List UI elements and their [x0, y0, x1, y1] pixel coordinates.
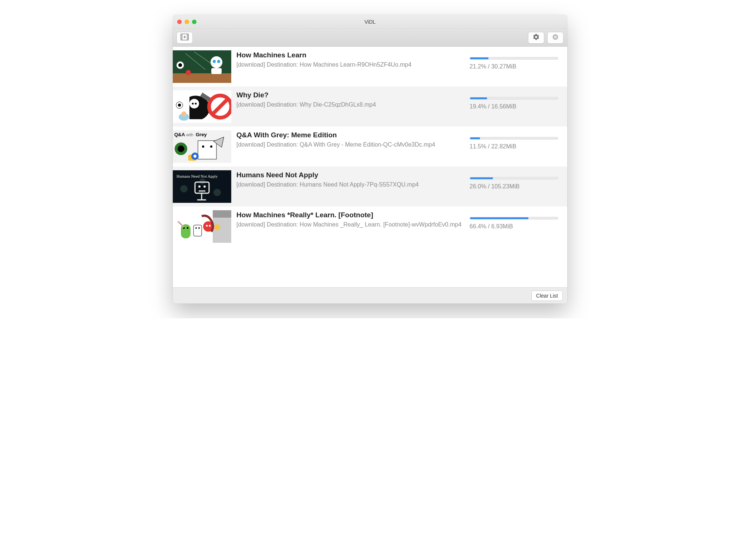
download-progress: 11.5% / 22.82MiB	[470, 130, 562, 150]
svg-point-68	[209, 225, 211, 227]
video-thumbnail	[173, 210, 231, 243]
svg-rect-17	[211, 68, 222, 74]
video-title: Q&A With Grey: Meme Edition	[236, 131, 464, 139]
download-row[interactable]: How Machines Learn [download] Destinatio…	[173, 47, 567, 87]
progress-fill	[470, 97, 487, 99]
svg-point-15	[213, 60, 216, 63]
close-circle-icon	[552, 33, 559, 42]
progress-bar	[470, 137, 558, 140]
svg-point-64	[195, 227, 197, 229]
download-info: Why Die? [download] Destination: Why Die…	[236, 90, 464, 109]
footer: Clear List	[173, 287, 567, 304]
svg-point-19	[178, 63, 182, 67]
download-progress: 66.4% / 6.93MiB	[470, 210, 562, 230]
svg-point-44	[194, 155, 196, 158]
download-progress: 19.4% / 16.56MiB	[470, 90, 562, 110]
svg-point-40	[202, 145, 204, 148]
svg-point-41	[210, 145, 212, 148]
progress-text: 21.2% / 30.27MiB	[470, 63, 558, 70]
download-info: Q&A With Grey: Meme Edition [download] D…	[236, 130, 464, 149]
progress-fill	[470, 137, 480, 139]
svg-text:Q&A: Q&A	[174, 132, 185, 137]
svg-point-49	[199, 178, 205, 184]
svg-point-32	[178, 104, 181, 107]
svg-point-67	[206, 225, 208, 227]
video-thumbnail: Q&AwithGrey	[173, 130, 231, 163]
svg-text:with: with	[186, 133, 194, 137]
svg-rect-59	[213, 210, 231, 218]
svg-point-53	[204, 185, 206, 188]
svg-point-16	[217, 60, 220, 63]
download-row[interactable]: Why Die? [download] Destination: Why Die…	[173, 87, 567, 127]
progress-text: 66.4% / 6.93MiB	[470, 223, 558, 230]
downloads-list: How Machines Learn [download] Destinatio…	[173, 47, 567, 247]
svg-point-25	[192, 103, 194, 105]
download-status: [download] Destination: How Machines _Re…	[236, 221, 464, 229]
titlebar: ViDL	[173, 15, 567, 29]
gear-icon	[532, 33, 540, 42]
download-status: [download] Destination: How Machines Lea…	[236, 61, 464, 69]
video-thumbnail: Humans Need Not Apply	[173, 170, 231, 203]
video-thumbnail	[173, 50, 231, 83]
window-title: ViDL	[173, 19, 567, 25]
svg-point-14	[211, 56, 222, 68]
svg-point-62	[187, 227, 189, 229]
video-title: How Machines Learn	[236, 51, 464, 59]
svg-point-70	[214, 224, 220, 230]
settings-button[interactable]	[528, 32, 544, 44]
svg-point-28	[181, 111, 186, 117]
svg-rect-13	[173, 73, 231, 83]
progress-bar	[470, 217, 558, 219]
download-row[interactable]: How Machines *Really* Learn. [Footnote] …	[173, 207, 567, 247]
download-progress: 26.0% / 105.23MiB	[470, 170, 562, 190]
progress-text: 11.5% / 22.82MiB	[470, 143, 558, 150]
video-thumbnail	[173, 90, 231, 123]
svg-point-47	[180, 185, 188, 192]
video-title: How Machines *Really* Learn. [Footnote]	[236, 211, 464, 219]
svg-point-26	[195, 103, 197, 105]
download-progress: 21.2% / 30.27MiB	[470, 50, 562, 70]
download-info: Humans Need Not Apply [download] Destina…	[236, 170, 464, 189]
add-video-button[interactable]	[176, 32, 193, 44]
progress-bar	[470, 57, 558, 60]
svg-point-48	[213, 189, 221, 196]
svg-text:Humans Need Not Apply: Humans Need Not Apply	[176, 174, 218, 178]
app-window: ViDL	[173, 15, 567, 304]
download-row[interactable]: Humans Need Not Apply Humans Need Not Ap…	[173, 167, 567, 207]
download-row[interactable]: Q&AwithGrey Q&A With Grey: Meme Edition …	[173, 127, 567, 167]
svg-point-24	[189, 99, 199, 108]
cancel-all-button[interactable]	[547, 32, 564, 44]
svg-point-52	[198, 185, 201, 188]
svg-point-20	[186, 70, 191, 75]
close-window-button[interactable]	[177, 20, 182, 24]
progress-bar	[470, 177, 558, 180]
download-status: [download] Destination: Q&A With Grey - …	[236, 141, 464, 149]
download-status: [download] Destination: Humans Need Not …	[236, 181, 464, 189]
svg-rect-39	[198, 141, 216, 159]
progress-text: 26.0% / 105.23MiB	[470, 183, 558, 190]
progress-fill	[470, 177, 493, 179]
progress-text: 19.4% / 16.56MiB	[470, 103, 558, 110]
add-filmstrip-icon	[181, 34, 189, 41]
video-title: Humans Need Not Apply	[236, 171, 464, 179]
toolbar	[173, 29, 567, 47]
progress-fill	[470, 217, 528, 219]
progress-fill	[470, 57, 488, 59]
svg-rect-63	[194, 225, 202, 236]
traffic-lights	[177, 20, 196, 24]
download-info: How Machines *Really* Learn. [Footnote] …	[236, 210, 464, 229]
clear-list-button[interactable]: Clear List	[531, 291, 563, 301]
minimize-window-button[interactable]	[185, 20, 189, 24]
list-empty-space	[173, 247, 567, 287]
progress-bar	[470, 97, 558, 100]
svg-point-38	[178, 145, 184, 152]
video-title: Why Die?	[236, 91, 464, 99]
download-status: [download] Destination: Why Die-C25qzDhG…	[236, 101, 464, 109]
zoom-window-button[interactable]	[192, 20, 196, 24]
svg-point-65	[198, 227, 200, 229]
svg-text:Grey: Grey	[196, 132, 207, 137]
download-info: How Machines Learn [download] Destinatio…	[236, 50, 464, 69]
